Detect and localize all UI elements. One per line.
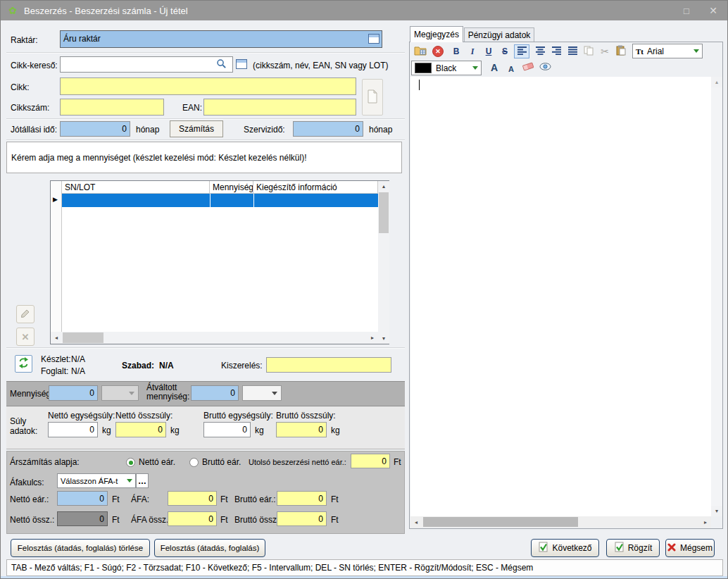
grid-selected-row[interactable] — [62, 194, 378, 207]
editor-vscroll-down-icon[interactable]: ▾ — [711, 506, 722, 516]
grid-vscroll-down-icon[interactable]: ▾ — [378, 333, 389, 344]
eraser-button[interactable] — [520, 61, 536, 75]
editor-vscrollbar[interactable] — [711, 77, 722, 516]
szamitas-button[interactable]: Számítás — [170, 120, 223, 137]
grid-vscroll-thumb[interactable] — [379, 192, 389, 233]
kiszereles-input[interactable] — [266, 357, 391, 373]
netto-ear-radio[interactable] — [126, 458, 135, 467]
chevron-down-icon — [272, 392, 277, 395]
cikkszam-label: Cikkszám: — [11, 103, 49, 113]
justify-button[interactable] — [565, 44, 580, 58]
szervizido-unit: hónap — [369, 125, 392, 135]
brutto-osszsuly-input[interactable] — [276, 422, 327, 437]
brutto-ossz-input[interactable] — [277, 511, 327, 526]
cut-button[interactable]: ✂ — [597, 44, 613, 58]
folder-icon — [414, 45, 427, 58]
font-family-combo[interactable]: Tt Arial — [632, 44, 703, 58]
raktar-field[interactable]: Áru raktár — [60, 30, 382, 48]
editor-hscroll-thumb[interactable] — [423, 517, 578, 527]
szabad-label: Szabad: — [122, 361, 154, 371]
font-color-value: Black — [436, 63, 456, 73]
editor-hscroll-right-icon[interactable]: ▸ — [700, 516, 711, 528]
refresh-stock-button[interactable] — [15, 355, 32, 373]
clear-text-button[interactable]: ✕ — [430, 44, 446, 58]
grid-cell-divider — [210, 194, 211, 207]
grid-vscroll-up-icon[interactable]: ▴ — [378, 181, 389, 192]
mennyiseg-input[interactable] — [49, 385, 98, 401]
cikk-kereso-hint: (cikkszám, név, EAN, SN vagy LOT) — [253, 61, 389, 70]
utolso-beszerzesi-label: Utolsó beszerzési nettó eár.: — [249, 458, 346, 466]
insert-from-file-button[interactable] — [413, 44, 428, 58]
editor-vscroll-up-icon[interactable]: ▴ — [711, 77, 722, 87]
netto-osszsuly-input[interactable] — [115, 422, 166, 437]
preview-eye-button[interactable] — [537, 61, 553, 75]
megsem-button[interactable]: Mégsem — [665, 539, 715, 557]
editor-hscroll-left-icon[interactable]: ◂ — [410, 516, 422, 528]
grid-hscroll-left-icon[interactable]: ◂ — [51, 332, 62, 344]
red-x-circle-icon: ✕ — [432, 46, 444, 57]
underline-button[interactable]: U — [481, 44, 496, 58]
decrease-font-size-button[interactable]: A — [503, 62, 519, 76]
atvaltott-unit-combo[interactable] — [242, 385, 282, 401]
netto-egysegsuly-input[interactable] — [48, 422, 98, 437]
szervizido-input[interactable] — [293, 121, 363, 137]
italic-button[interactable]: I — [465, 44, 480, 58]
brutto-ear-input[interactable] — [277, 491, 327, 506]
afa-ossz-input[interactable] — [168, 511, 217, 526]
align-left-button[interactable] — [514, 44, 529, 58]
grid-hscroll-thumb[interactable] — [63, 332, 103, 343]
align-center-button[interactable] — [532, 44, 548, 58]
tab-penzugyi-adatok[interactable]: Pénzügyi adatok — [464, 27, 534, 42]
grid-hscroll-right-icon[interactable]: ▸ — [367, 332, 378, 344]
grid-header-snlot[interactable]: SN/LOT — [62, 181, 210, 194]
tab-megjegyzes[interactable]: Megjegyzés — [410, 26, 463, 42]
bold-button[interactable]: B — [448, 44, 464, 58]
delete-row-button[interactable]: ✕ — [16, 328, 34, 346]
check-page-icon — [538, 542, 548, 554]
grid-header-mennyiseg[interactable]: Mennyiség — [210, 181, 253, 194]
netto-ear-input[interactable] — [57, 491, 108, 506]
brutto-ear-radio[interactable] — [189, 458, 199, 467]
cikk-kereso-input[interactable] — [60, 56, 233, 73]
close-button[interactable]: ✕ — [701, 1, 726, 20]
eraser-icon — [522, 62, 534, 73]
kovetkezo-button[interactable]: Következő — [531, 539, 599, 557]
paste-button[interactable] — [613, 44, 629, 58]
edit-row-button[interactable] — [16, 305, 34, 323]
felosztas-torles-button[interactable]: Felosztás (átadás, foglalás) törlése — [11, 539, 150, 557]
rogzit-button[interactable]: Rögzít — [606, 539, 660, 557]
notes-editor[interactable] — [410, 77, 711, 516]
underline-icon: U — [486, 46, 492, 56]
font-color-combo[interactable]: Black — [411, 61, 482, 75]
atvaltott-input[interactable] — [191, 385, 239, 401]
grid-header-kiegeszito[interactable]: Kiegészítő információ — [253, 181, 378, 194]
maximize-button[interactable]: □ — [674, 1, 699, 20]
window: ✿ Beszerzés - Beszerzési számla - Új tét… — [0, 0, 728, 579]
afakulcs-combo[interactable]: Válasszon ÁFA-t — [57, 473, 136, 488]
netto-ossz-input[interactable] — [57, 511, 108, 526]
cikk-document-button[interactable] — [362, 79, 383, 116]
raktar-picker-icon[interactable] — [368, 34, 379, 44]
align-right-button[interactable] — [548, 44, 564, 58]
utolso-beszerzesi-input[interactable] — [351, 454, 390, 468]
status-bar-text: TAB - Mező váltás; F1 - Súgó; F2 - Törzs… — [11, 563, 533, 573]
afa-input[interactable] — [168, 491, 217, 506]
bold-icon: B — [453, 46, 460, 56]
brutto-ear-radio-label[interactable]: Bruttó eár. — [202, 457, 241, 467]
felosztas-button[interactable]: Felosztás (átadás, foglalás) — [154, 539, 265, 557]
cikk-input[interactable] — [60, 77, 356, 95]
brutto-egysegsuly-input[interactable] — [203, 422, 251, 437]
scissors-icon: ✂ — [601, 46, 609, 57]
afakulcs-more-button[interactable]: … — [136, 473, 149, 488]
increase-font-size-button[interactable]: A — [487, 61, 502, 75]
search-icon[interactable] — [216, 58, 227, 71]
copy-button[interactable] — [581, 44, 596, 58]
cikkszam-input[interactable] — [60, 99, 164, 116]
raktar-field-value: Áru raktár — [63, 34, 101, 44]
check-page-icon — [614, 542, 624, 554]
netto-ear-radio-label[interactable]: Nettó eár. — [139, 457, 175, 467]
ean-input[interactable] — [203, 99, 356, 116]
cikk-kereso-picker-icon[interactable] — [236, 59, 247, 69]
strikethrough-button[interactable]: S — [497, 44, 513, 58]
jotallas-input[interactable] — [60, 121, 130, 137]
